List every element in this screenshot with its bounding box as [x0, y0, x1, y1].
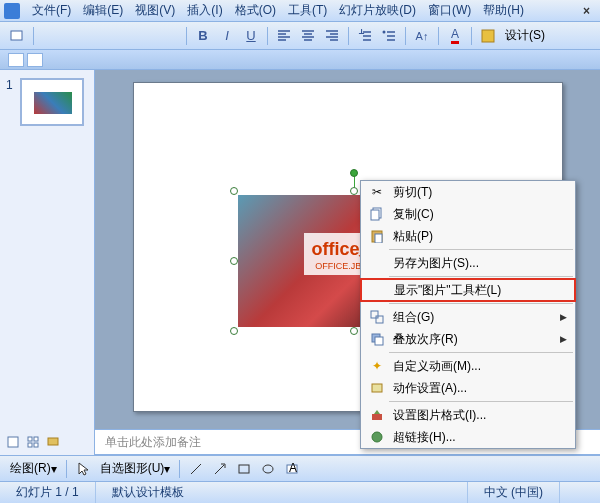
ctx-order[interactable]: 叠放次序(R) ▶ [361, 328, 575, 350]
svg-rect-13 [372, 414, 382, 420]
oval-icon[interactable] [257, 458, 279, 480]
view-buttons [0, 429, 95, 455]
menu-tools[interactable]: 工具(T) [282, 0, 333, 21]
menu-window[interactable]: 窗口(W) [422, 0, 477, 21]
menu-insert[interactable]: 插入(I) [181, 0, 228, 21]
outline-tab[interactable] [8, 53, 24, 67]
italic-icon[interactable]: I [216, 25, 238, 47]
notes-placeholder: 单击此处添加备注 [105, 434, 201, 451]
separator [33, 27, 34, 45]
menu-help[interactable]: 帮助(H) [477, 0, 530, 21]
rectangle-icon[interactable] [233, 458, 255, 480]
separator [405, 27, 406, 45]
svg-point-14 [372, 432, 382, 442]
ctx-copy[interactable]: 复制(C) [361, 203, 575, 225]
slideshow-view-icon[interactable] [44, 433, 62, 451]
bullet-list-icon[interactable] [378, 25, 400, 47]
svg-rect-12 [372, 384, 382, 392]
increase-font-icon[interactable]: A↑ [411, 25, 433, 47]
paste-icon [370, 229, 384, 243]
svg-rect-18 [28, 443, 32, 447]
ctx-hyperlink[interactable]: 超链接(H)... [361, 426, 575, 448]
ctx-separator [389, 352, 573, 353]
line-icon[interactable] [185, 458, 207, 480]
numbered-list-icon[interactable]: 1 [354, 25, 376, 47]
select-icon[interactable] [72, 458, 94, 480]
sorter-view-icon[interactable] [24, 433, 42, 451]
svg-rect-7 [375, 234, 382, 243]
status-slide: 幻灯片 1 / 1 [0, 482, 96, 503]
ctx-action-settings[interactable]: 动作设置(A)... [361, 377, 575, 399]
svg-rect-23 [239, 465, 249, 473]
svg-rect-16 [28, 437, 32, 441]
menu-view[interactable]: 视图(V) [129, 0, 181, 21]
svg-rect-20 [48, 438, 58, 445]
ctx-custom-animation[interactable]: ✦ 自定义动画(M)... [361, 355, 575, 377]
separator [179, 460, 180, 478]
normal-view-icon[interactable] [4, 433, 22, 451]
align-center-icon[interactable] [297, 25, 319, 47]
resize-handle-w[interactable] [230, 257, 238, 265]
copy-icon [370, 207, 384, 221]
separator [267, 27, 268, 45]
menubar: 文件(F) 编辑(E) 视图(V) 插入(I) 格式(O) 工具(T) 幻灯片放… [0, 0, 600, 22]
svg-rect-0 [11, 31, 22, 40]
svg-text:A: A [289, 462, 297, 475]
ctx-format-picture[interactable]: 设置图片格式(I)... [361, 404, 575, 426]
svg-line-21 [191, 464, 201, 474]
draw-menu[interactable]: 绘图(R) ▾ [6, 460, 61, 477]
status-template: 默认设计模板 [96, 482, 468, 503]
align-right-icon[interactable] [321, 25, 343, 47]
resize-handle-s[interactable] [350, 327, 358, 335]
cut-icon: ✂ [372, 185, 382, 199]
ctx-cut-label: 剪切(T) [389, 184, 567, 201]
textbox-icon[interactable]: A [281, 458, 303, 480]
svg-rect-15 [8, 437, 18, 447]
autoshape-menu[interactable]: 自选图形(U) ▾ [96, 460, 175, 477]
resize-handle-nw[interactable] [230, 187, 238, 195]
svg-rect-3 [482, 30, 494, 42]
ctx-paste[interactable]: 粘贴(P) [361, 225, 575, 247]
slides-tab[interactable] [27, 53, 43, 67]
format-icon [370, 408, 384, 422]
new-slide-icon[interactable] [6, 25, 28, 47]
ctx-group[interactable]: 组合(G) ▶ [361, 306, 575, 328]
menu-file[interactable]: 文件(F) [26, 0, 77, 21]
resize-handle-sw[interactable] [230, 327, 238, 335]
ctx-separator [389, 276, 573, 277]
ctx-action-label: 动作设置(A)... [389, 380, 567, 397]
slide-thumbnail[interactable] [20, 78, 84, 126]
menu-format[interactable]: 格式(O) [229, 0, 282, 21]
ctx-separator [389, 249, 573, 250]
drawing-toolbar: 绘图(R) ▾ 自选图形(U) ▾ A [0, 455, 600, 481]
bold-icon[interactable]: B [192, 25, 214, 47]
ctx-anim-label: 自定义动画(M)... [389, 358, 567, 375]
arrow-icon[interactable] [209, 458, 231, 480]
ctx-group-label: 组合(G) [389, 309, 560, 326]
svg-rect-17 [34, 437, 38, 441]
font-color-icon[interactable]: A [444, 25, 466, 47]
rotation-handle[interactable] [350, 169, 358, 177]
ctx-show-picture-toolbar[interactable]: 显示"图片"工具栏(L) [360, 278, 576, 302]
link-icon [370, 430, 384, 444]
app-icon [4, 3, 20, 19]
ctx-copy-label: 复制(C) [389, 206, 567, 223]
thumbnail-pane[interactable]: 1 [0, 70, 95, 429]
menu-slideshow[interactable]: 幻灯片放映(D) [333, 0, 422, 21]
svg-rect-19 [34, 443, 38, 447]
autoshape-label: 自选图形(U) [100, 460, 165, 477]
underline-icon[interactable]: U [240, 25, 262, 47]
resize-handle-n[interactable] [350, 187, 358, 195]
submenu-arrow-icon: ▶ [560, 312, 567, 322]
design-icon[interactable] [477, 25, 499, 47]
submenu-arrow-icon: ▶ [560, 334, 567, 344]
align-left-icon[interactable] [273, 25, 295, 47]
design-button[interactable]: 设计(S) [501, 27, 549, 44]
separator [66, 460, 67, 478]
svg-line-22 [215, 465, 224, 474]
ctx-save-as-image[interactable]: 另存为图片(S)... [361, 252, 575, 274]
menu-edit[interactable]: 编辑(E) [77, 0, 129, 21]
menu-close-icon[interactable]: × [577, 4, 596, 18]
ctx-cut[interactable]: ✂ 剪切(T) [361, 181, 575, 203]
formatting-toolbar: B I U 1 A↑ A 设计(S) [0, 22, 600, 50]
